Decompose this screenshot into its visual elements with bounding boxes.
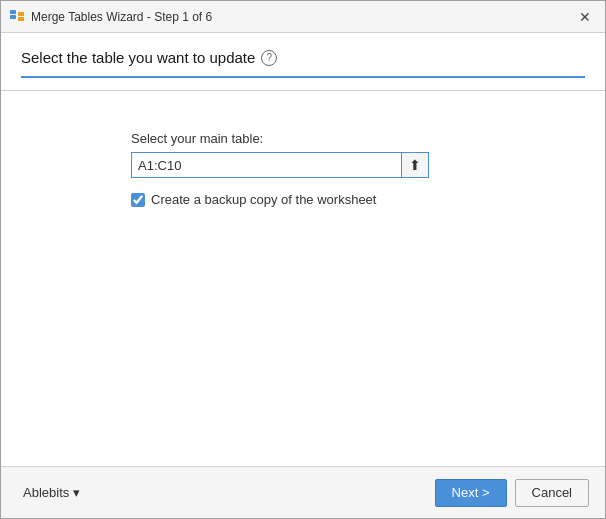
ablebits-menu-button[interactable]: Ablebits ▾: [17, 481, 86, 504]
input-row: ⬆: [131, 152, 476, 178]
svg-rect-3: [18, 17, 24, 21]
close-button[interactable]: ✕: [573, 5, 597, 29]
header-section: Select the table you want to update ?: [1, 33, 605, 90]
svg-rect-0: [10, 10, 16, 14]
dropdown-icon: ▾: [73, 485, 80, 500]
header-underline: [21, 76, 585, 78]
range-picker-button[interactable]: ⬆: [401, 152, 429, 178]
window-title: Merge Tables Wizard - Step 1 of 6: [31, 10, 212, 24]
cancel-button[interactable]: Cancel: [515, 479, 589, 507]
main-table-input[interactable]: [131, 152, 401, 178]
app-icon: [9, 9, 25, 25]
backup-checkbox[interactable]: [131, 193, 145, 207]
svg-rect-1: [10, 15, 16, 19]
title-bar: Merge Tables Wizard - Step 1 of 6 ✕: [1, 1, 605, 33]
footer-actions: Next > Cancel: [435, 479, 589, 507]
ablebits-label: Ablebits: [23, 485, 69, 500]
svg-rect-2: [18, 12, 24, 16]
content-area: Select your main table: ⬆ Create a backu…: [1, 91, 605, 466]
title-bar-left: Merge Tables Wizard - Step 1 of 6: [9, 9, 212, 25]
form-label: Select your main table:: [131, 131, 263, 146]
backup-checkbox-row: Create a backup copy of the worksheet: [131, 192, 376, 207]
form-group: Select your main table: ⬆ Create a backu…: [131, 131, 585, 207]
help-icon[interactable]: ?: [261, 50, 277, 66]
header-title-text: Select the table you want to update: [21, 49, 255, 66]
header-title: Select the table you want to update ?: [21, 49, 585, 66]
next-button[interactable]: Next >: [435, 479, 507, 507]
wizard-window: Merge Tables Wizard - Step 1 of 6 ✕ Sele…: [0, 0, 606, 519]
backup-checkbox-label[interactable]: Create a backup copy of the worksheet: [151, 192, 376, 207]
footer: Ablebits ▾ Next > Cancel: [1, 466, 605, 518]
range-picker-icon: ⬆: [409, 157, 421, 173]
